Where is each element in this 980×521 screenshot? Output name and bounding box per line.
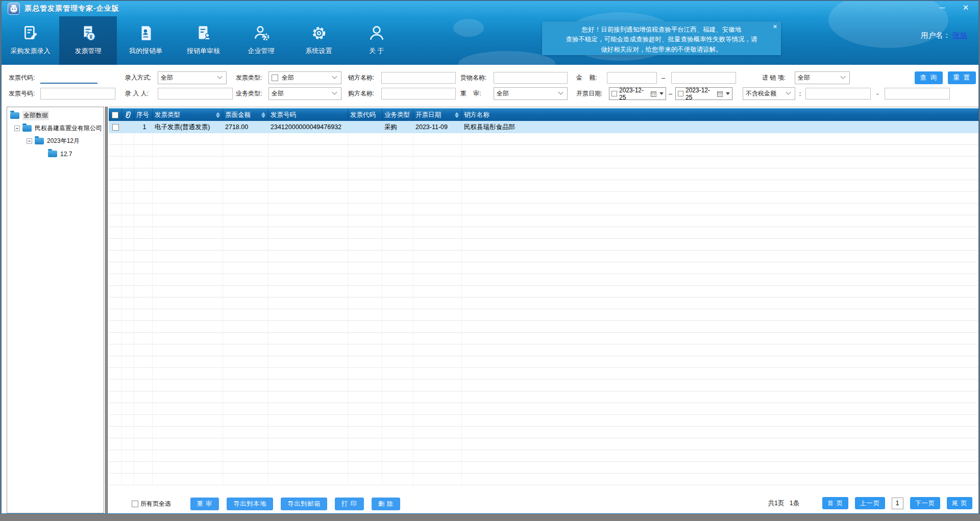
select-all-pages-label: 所有页全选 (140, 500, 171, 508)
table-empty-row (109, 438, 978, 450)
select-all-checkbox[interactable] (112, 112, 118, 118)
amount-to-input[interactable] (671, 72, 736, 84)
column-header-invoice-type[interactable]: 发票类型 (153, 109, 223, 121)
date-to-value: 2023-12-25 (685, 87, 715, 101)
table-row[interactable]: 1 电子发票(普通发票) 2718.00 2341200000004947693… (109, 121, 978, 133)
minimize-button[interactable]: ─ (937, 3, 948, 12)
app-logo-icon (8, 3, 20, 15)
collapse-icon[interactable] (27, 138, 32, 144)
table-empty-row (109, 368, 978, 380)
column-header-amount[interactable]: 票面金额 (223, 109, 268, 121)
sort-icon[interactable] (455, 112, 459, 118)
taxfree-to-input[interactable] (885, 88, 950, 100)
collapse-icon[interactable] (14, 126, 20, 131)
recheck-label: 重 审: (460, 87, 481, 100)
column-header-invoice-code[interactable]: 发票代码 (348, 109, 382, 121)
table-empty-row (109, 274, 978, 286)
buyer-name-label: 购方名称: (348, 87, 374, 100)
invoice-type-select[interactable]: 全部 (268, 71, 341, 84)
tree-node-company[interactable]: 民权县建嘉置业有限公司 (7, 122, 104, 135)
tree-node-month[interactable]: 2023年12月 (7, 135, 104, 147)
user-name-link[interactable]: 张旭 (952, 31, 967, 39)
app-header: 票总管发票管理专家-企业版 ─ ✕ 采购 (2, 1, 978, 65)
folder-icon (22, 125, 32, 132)
date-from-checkbox[interactable] (611, 91, 617, 96)
prev-page-button[interactable]: 上一页 (855, 497, 885, 509)
column-header-seller[interactable]: 销方名称 (462, 109, 978, 121)
recheck-button[interactable]: 重 审 (190, 498, 219, 510)
entry-person-input[interactable] (158, 88, 233, 100)
amount-type-colon: ： (797, 87, 803, 100)
folder-icon (10, 112, 19, 119)
chevron-down-icon (558, 90, 564, 95)
toolbar-item-label: 企业管理 (248, 46, 275, 56)
query-button[interactable]: 查 询 (915, 71, 943, 84)
next-page-button[interactable]: 下一页 (910, 497, 940, 509)
table-empty-row (109, 321, 978, 333)
date-to-picker[interactable]: 2023-12-25 (675, 87, 732, 100)
toolbar-item-about[interactable]: 关 于 (348, 16, 405, 65)
row-amount: 2718.00 (223, 121, 268, 133)
toolbar-item-system-settings[interactable]: 系统设置 (290, 16, 348, 65)
last-page-button[interactable]: 尾 页 (947, 497, 972, 509)
delete-button[interactable]: 删 除 (372, 498, 400, 510)
recheck-select[interactable]: 全部 (494, 87, 568, 100)
page-info: 共1页 1条 (768, 499, 799, 508)
main-window: 票总管发票管理专家-企业版 ─ ✕ 采购 (1, 1, 979, 514)
goods-name-input[interactable] (494, 72, 568, 84)
taxfree-from-input[interactable] (805, 88, 871, 100)
print-button[interactable]: 打 印 (335, 498, 363, 510)
select-all-pages-checkbox[interactable] (132, 501, 138, 507)
chevron-down-icon (841, 74, 846, 79)
panel-splitter[interactable] (105, 107, 108, 513)
toolbar-item-expense-audit[interactable]: 报销单审核 (175, 16, 232, 65)
toolbar-item-invoice-management[interactable]: ¥ 发票管理 (59, 16, 117, 65)
goods-name-label: 货物名称: (460, 71, 486, 84)
toolbar-item-purchase-invoice-entry[interactable]: 采购发票录入 (2, 16, 59, 65)
sort-icon[interactable] (261, 112, 265, 118)
tree-node-label: 全部数据 (22, 111, 49, 120)
first-page-button[interactable]: 首 页 (822, 497, 848, 509)
column-header-date[interactable]: 开票日期 (413, 109, 462, 121)
date-from-picker[interactable]: 2023-12-25 (609, 87, 666, 100)
invoice-type-checkbox[interactable] (272, 75, 278, 81)
sort-icon[interactable] (216, 112, 220, 118)
decor-bubble (453, 19, 484, 37)
buyer-name-input[interactable] (381, 88, 456, 100)
attachment-header-cell (122, 109, 134, 121)
invoice-number-input[interactable] (40, 88, 115, 100)
notice-line: 做好相关应对，给您带来的不便敬请谅解。 (542, 45, 781, 55)
column-header-seq[interactable]: 序号 (134, 109, 153, 121)
column-header-invoice-number[interactable]: 发票号码 (268, 109, 348, 121)
tree-node-day[interactable]: 12.7 (7, 147, 104, 160)
close-button[interactable]: ✕ (960, 3, 971, 12)
table-empty-row (109, 251, 978, 262)
row-checkbox[interactable] (112, 124, 119, 131)
about-icon (367, 21, 386, 45)
invoice-number-label: 发票号码: (9, 87, 35, 100)
tree-node-all-data[interactable]: 全部数据 (7, 109, 104, 122)
date-range-dash: – (669, 87, 672, 100)
entry-mode-value: 全部 (161, 73, 173, 82)
notice-close-icon[interactable]: ✕ (773, 22, 777, 31)
table-empty-row (109, 309, 978, 321)
toolbar-item-enterprise-management[interactable]: 企业管理 (232, 16, 290, 65)
reset-button[interactable]: 重 置 (948, 71, 976, 84)
inout-select[interactable]: 全部 (795, 71, 850, 84)
date-to-checkbox[interactable] (678, 91, 683, 96)
page-number-box[interactable]: 1 (892, 498, 903, 509)
column-header-business-type[interactable]: 业务类型 (382, 109, 413, 121)
amount-from-input[interactable] (607, 72, 657, 84)
business-type-select[interactable]: 全部 (268, 87, 341, 100)
enterprise-management-icon (252, 21, 271, 45)
export-mail-button[interactable]: 导出到邮箱 (281, 498, 327, 510)
export-local-button[interactable]: 导出到本地 (227, 498, 273, 510)
seller-name-input[interactable] (381, 72, 456, 84)
invoice-code-input[interactable] (40, 72, 97, 84)
entry-mode-select[interactable]: 全部 (158, 71, 227, 84)
toolbar-item-my-expense-form[interactable]: 我的报销单 (117, 16, 175, 65)
amount-type-select[interactable]: 不含税金额 (743, 87, 795, 100)
app-window: 票总管发票管理专家-企业版 ─ ✕ 采购 (0, 0, 980, 521)
user-label: 用户名： (921, 31, 952, 39)
recheck-value: 全部 (497, 89, 509, 98)
